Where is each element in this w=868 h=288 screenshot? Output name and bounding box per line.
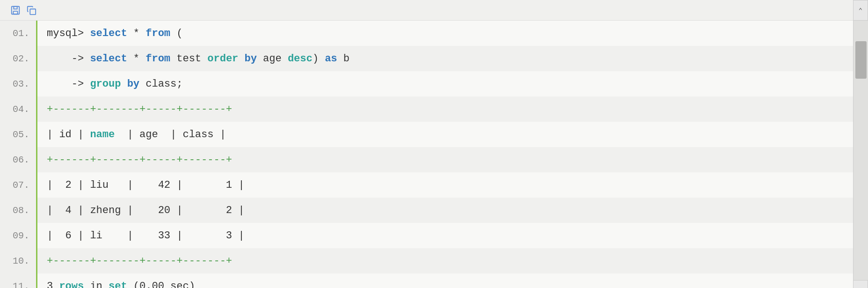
code-token: mysql> [47, 28, 90, 39]
line-number: 08. [0, 198, 36, 223]
toolbar: ⌃ [0, 0, 868, 21]
code-line: -> select * from test order by age desc)… [37, 46, 853, 71]
code-token: * [127, 53, 146, 65]
code-token: 3 [47, 281, 59, 288]
editor-container: ⌃ 01.02.03.04.05.06.07.08.09.10.11. mysq… [0, 0, 868, 288]
code-token: | id | [47, 129, 90, 140]
code-token: by [127, 78, 139, 90]
code-token: ( [170, 28, 182, 39]
content-area: 01.02.03.04.05.06.07.08.09.10.11. mysql>… [0, 21, 868, 288]
svg-rect-3 [30, 9, 36, 15]
code-token [121, 78, 127, 90]
code-token: -> [47, 78, 90, 90]
code-token: group [90, 78, 121, 90]
copy-icon[interactable] [25, 4, 37, 16]
line-number: 04. [0, 96, 36, 122]
code-token: | age | class | [115, 129, 226, 140]
code-token: test [170, 53, 207, 65]
code-line: | 6 | li | 33 | 3 | [37, 223, 853, 248]
code-token: (0.00 sec) [127, 281, 195, 288]
line-number: 09. [0, 223, 36, 248]
scroll-down-button[interactable]: ⌄ [853, 280, 868, 288]
code-token: select [90, 53, 127, 65]
code-line: | id | name | age | class | [37, 122, 853, 147]
line-number: 03. [0, 71, 36, 96]
line-number: 01. [0, 21, 36, 46]
code-token: from [146, 28, 170, 39]
line-number: 10. [0, 248, 36, 273]
svg-rect-2 [13, 11, 17, 14]
code-line: -> group by class; [37, 71, 853, 96]
save-icon[interactable] [9, 4, 22, 16]
code-line: +------+-------+-----+-------+ [37, 248, 853, 273]
code-line: | 4 | zheng | 20 | 2 | [37, 198, 853, 223]
code-token: -> [47, 53, 90, 65]
line-numbers: 01.02.03.04.05.06.07.08.09.10.11. [0, 21, 37, 288]
code-token: select [90, 28, 127, 39]
code-token: +------+-------+-----+-------+ [47, 255, 232, 267]
code-token: in [84, 281, 109, 288]
code-token: +------+-------+-----+-------+ [47, 103, 232, 115]
code-line: +------+-------+-----+-------+ [37, 96, 853, 122]
svg-rect-1 [14, 6, 17, 9]
code-token: desc [288, 53, 313, 65]
code-token: by [245, 53, 257, 65]
code-token: | 2 | liu | 42 | 1 | [47, 179, 244, 191]
code-line: +------+-------+-----+-------+ [37, 147, 853, 172]
code-line: | 2 | liu | 42 | 1 | [37, 172, 853, 198]
code-token: +------+-------+-----+-------+ [47, 154, 232, 166]
code-token: set [109, 281, 127, 288]
line-number: 05. [0, 122, 36, 147]
line-number: 07. [0, 172, 36, 198]
code-token: age [257, 53, 288, 65]
scrollbar-thumb[interactable] [855, 41, 867, 79]
code-token: ) [313, 53, 325, 65]
line-number: 02. [0, 46, 36, 71]
code-token: name [90, 129, 115, 140]
code-token: order [207, 53, 238, 65]
code-token: | 4 | zheng | 20 | 2 | [47, 205, 244, 216]
code-token: class; [139, 78, 182, 90]
code-token: b [337, 53, 350, 65]
code-area: mysql> select * from ( -> select * from … [37, 21, 853, 288]
code-token: as [325, 53, 337, 65]
svg-rect-0 [12, 6, 20, 14]
code-token [238, 53, 244, 65]
line-number: 11. [0, 273, 36, 288]
code-token: from [146, 53, 170, 65]
line-number: 06. [0, 147, 36, 172]
code-token: rows [59, 281, 84, 288]
code-line: mysql> select * from ( [37, 21, 853, 46]
scrollbar[interactable] [853, 21, 868, 288]
scroll-up-button[interactable]: ⌃ [853, 0, 868, 21]
code-token: | 6 | li | 33 | 3 | [47, 230, 244, 242]
code-token: * [127, 28, 146, 39]
code-line: 3 rows in set (0.00 sec) [37, 273, 853, 288]
